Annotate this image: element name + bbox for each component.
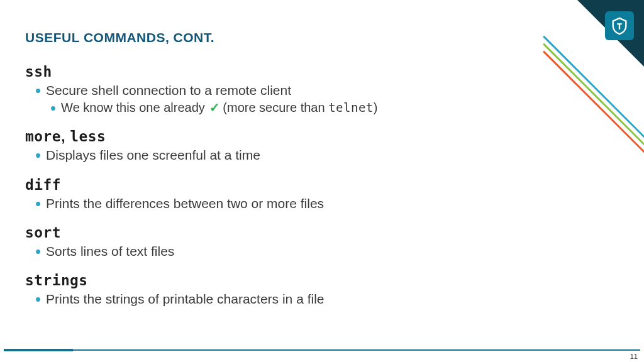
- bullet-fragment: (more secure than: [223, 101, 328, 114]
- slide-title: USEFUL COMMANDS, CONT.: [25, 30, 619, 45]
- inline-command: telnet: [328, 101, 374, 114]
- bullet-text: Displays files one screenful at a time: [46, 146, 619, 164]
- bullet-text: Secure shell connection to a remote clie…: [46, 82, 619, 99]
- bottom-rule-icon: [4, 349, 640, 351]
- bullet-dot-icon: •: [50, 100, 56, 116]
- bullet-fragment: ): [374, 101, 378, 114]
- bullet-dot-icon: •: [35, 147, 41, 163]
- section-more-less: more, less • Displays files one screenfu…: [25, 128, 619, 164]
- cmd-name: less: [70, 128, 106, 145]
- bullet-text: Prints the differences between two or mo…: [46, 195, 619, 212]
- cmd-heading-strings: strings: [25, 272, 619, 289]
- section-diff: diff • Prints the differences between tw…: [25, 176, 619, 212]
- separator: ,: [61, 128, 70, 145]
- bullet-text: Prints the strings of printable characte…: [46, 290, 619, 308]
- page-number: 11: [630, 353, 638, 360]
- bullet: • Prints the strings of printable charac…: [35, 290, 619, 308]
- cmd-name: ssh: [25, 63, 52, 80]
- bullet: • Secure shell connection to a remote cl…: [35, 82, 619, 99]
- bullet: • Sorts lines of text files: [35, 243, 619, 260]
- cmd-name: strings: [25, 272, 88, 288]
- bullet-text: We know this one already ✓(more secure t…: [61, 99, 619, 116]
- cmd-heading-more-less: more, less: [25, 128, 619, 145]
- cmd-name: diff: [25, 177, 61, 193]
- section-strings: strings • Prints the strings of printabl…: [25, 272, 619, 308]
- slide: USEFUL COMMANDS, CONT. ssh • Secure shel…: [0, 0, 644, 362]
- bullet: • Displays files one screenful at a time: [35, 146, 619, 164]
- section-ssh: ssh • Secure shell connection to a remot…: [25, 63, 619, 116]
- bullet-dot-icon: •: [35, 291, 41, 307]
- bullet-dot-icon: •: [35, 243, 41, 260]
- cmd-name: sort: [25, 224, 61, 241]
- cmd-heading-sort: sort: [25, 224, 619, 241]
- bullet-sub: • We know this one already ✓(more secure…: [50, 99, 619, 116]
- cmd-heading-ssh: ssh: [25, 63, 619, 80]
- bullet-fragment: We know this one already: [61, 101, 208, 114]
- bullet: • Prints the differences between two or …: [35, 195, 619, 212]
- bullet-text: Sorts lines of text files: [46, 243, 619, 260]
- cmd-heading-diff: diff: [25, 176, 619, 194]
- check-icon: ✓: [209, 101, 220, 114]
- section-sort: sort • Sorts lines of text files: [25, 224, 619, 260]
- cmd-name: more: [25, 128, 61, 145]
- bullet-dot-icon: •: [35, 195, 41, 212]
- bullet-dot-icon: •: [35, 82, 41, 99]
